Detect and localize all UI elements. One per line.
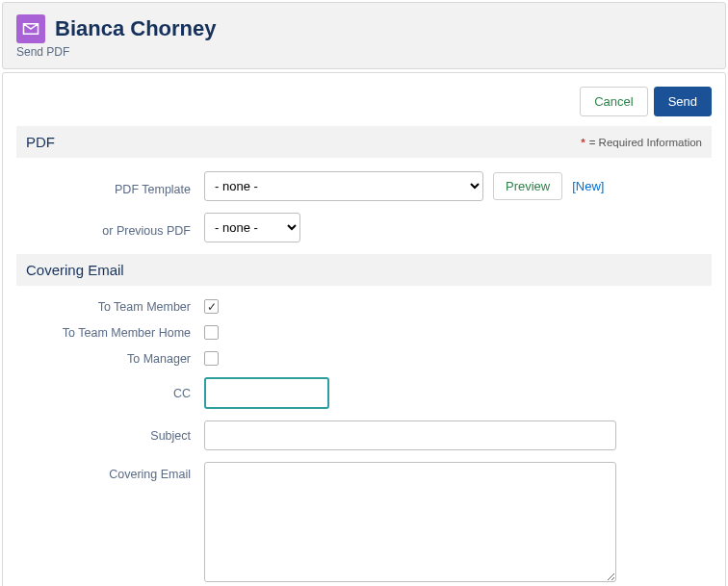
pdf-template-label: PDF Template	[16, 177, 204, 196]
to-manager-label: To Manager	[16, 352, 204, 366]
new-template-link[interactable]: [New]	[572, 179, 604, 193]
cc-label: CC	[16, 387, 204, 400]
required-star-icon: *	[581, 137, 585, 148]
subject-input[interactable]	[204, 420, 616, 450]
previous-pdf-select[interactable]: - none -	[204, 213, 300, 242]
required-info-label: *= Required Information	[581, 137, 702, 148]
preview-button[interactable]: Preview	[493, 172, 562, 200]
covering-email-label: Covering Email	[16, 462, 204, 481]
send-button[interactable]: Send	[654, 87, 712, 116]
page-title: Bianca Chorney	[55, 16, 217, 41]
to-team-member-home-label: To Team Member Home	[16, 326, 204, 340]
envelope-icon	[16, 14, 45, 43]
covering-email-textarea[interactable]	[204, 462, 616, 582]
pdf-section-title: PDF	[26, 134, 55, 150]
previous-pdf-label: or Previous PDF	[16, 218, 204, 238]
to-team-member-home-checkbox[interactable]	[204, 325, 219, 340]
cc-input[interactable]	[204, 377, 329, 409]
pdf-template-select[interactable]: - none -	[204, 171, 483, 201]
to-team-member-label: To Team Member	[16, 300, 204, 314]
cancel-button[interactable]: Cancel	[580, 87, 647, 116]
to-team-member-checkbox[interactable]	[204, 299, 219, 314]
email-section-title: Covering Email	[26, 262, 124, 278]
email-section-header: Covering Email	[16, 254, 712, 286]
to-manager-checkbox[interactable]	[204, 351, 219, 366]
page-header: Bianca Chorney Send PDF	[2, 2, 726, 69]
top-button-row: Cancel Send	[16, 87, 712, 116]
subject-label: Subject	[16, 429, 204, 443]
page-subtitle: Send PDF	[16, 45, 712, 59]
pdf-section-header: PDF *= Required Information	[16, 126, 712, 158]
main-panel: Cancel Send PDF *= Required Information …	[2, 72, 726, 586]
